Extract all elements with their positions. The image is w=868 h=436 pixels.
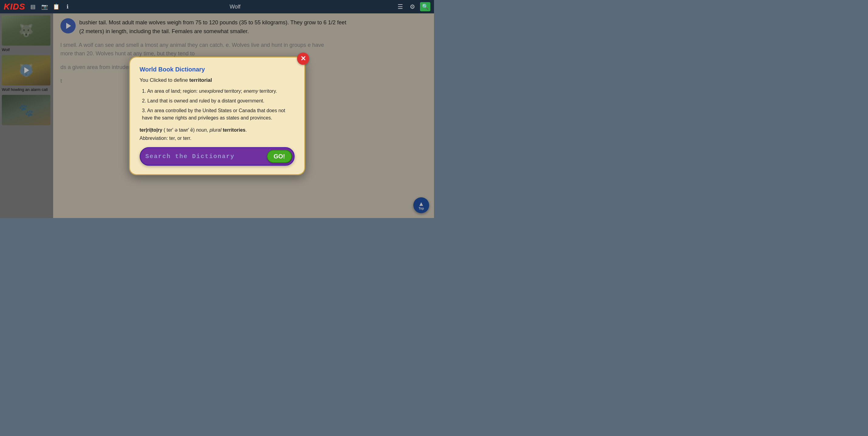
modal-definition-1: 1. An area of land; region: unexplored t… [140, 88, 294, 95]
modal-clicked-prefix: You Clicked to define [140, 77, 189, 83]
pronunciation-plural: territories [223, 127, 245, 133]
modal-clicked-text: You Clicked to define territorial [140, 77, 294, 83]
modal-abbreviation: Abbreviation: ter, or terr. [140, 136, 294, 141]
pronunciation-word: ter|ri|to|ry [140, 127, 162, 133]
modal-definition-3: 3. An area controlled by the United Stat… [140, 107, 294, 122]
dictionary-search-bar: GO! [140, 147, 294, 166]
nav-icon-book[interactable]: ▤ [29, 2, 37, 11]
kids-logo: KIDS [4, 2, 25, 11]
page-title: Wolf [78, 4, 392, 10]
modal-pronunciation: ter|ri|to|ry ( ter′ ə tawr′ ē) noun, plu… [140, 126, 294, 134]
search-button-top[interactable]: 🔍 [420, 2, 430, 11]
dictionary-go-button[interactable]: GO! [267, 150, 292, 163]
pronunciation-phonetic: ( ter′ ə tawr′ ē) [164, 127, 195, 133]
close-icon: ✕ [300, 55, 306, 63]
top-bar-nav-icons: ▤ 📷 📋 ℹ [29, 2, 72, 11]
modal-definition-2: 2. Land that is owned and ruled by a dis… [140, 97, 294, 105]
dictionary-modal: ✕ World Book Dictionary You Clicked to d… [129, 57, 305, 175]
nav-icon-clipboard[interactable]: 📋 [52, 2, 60, 11]
modal-overlay: ✕ World Book Dictionary You Clicked to d… [0, 13, 434, 218]
modal-close-button[interactable]: ✕ [297, 53, 309, 65]
nav-icon-camera[interactable]: 📷 [40, 2, 49, 11]
hamburger-menu-icon[interactable]: ☰ [396, 2, 405, 11]
top-bar-right-icons: ☰ ⚙ 🔍 [396, 2, 430, 11]
settings-gear-icon[interactable]: ⚙ [408, 2, 417, 11]
main-content-area: 🐺 Wolf 🐺 Wolf howling an alarm call 🐾 [0, 13, 434, 218]
modal-title: World Book Dictionary [140, 66, 294, 73]
nav-icon-info[interactable]: ℹ [63, 2, 72, 11]
top-navigation-bar: KIDS ▤ 📷 📋 ℹ Wolf ☰ ⚙ 🔍 [0, 0, 434, 13]
dictionary-search-input[interactable] [146, 153, 265, 160]
modal-definitions: 1. An area of land; region: unexplored t… [140, 88, 294, 122]
pronunciation-pos: noun, plural [196, 127, 223, 133]
modal-clicked-word: territorial [189, 77, 212, 83]
